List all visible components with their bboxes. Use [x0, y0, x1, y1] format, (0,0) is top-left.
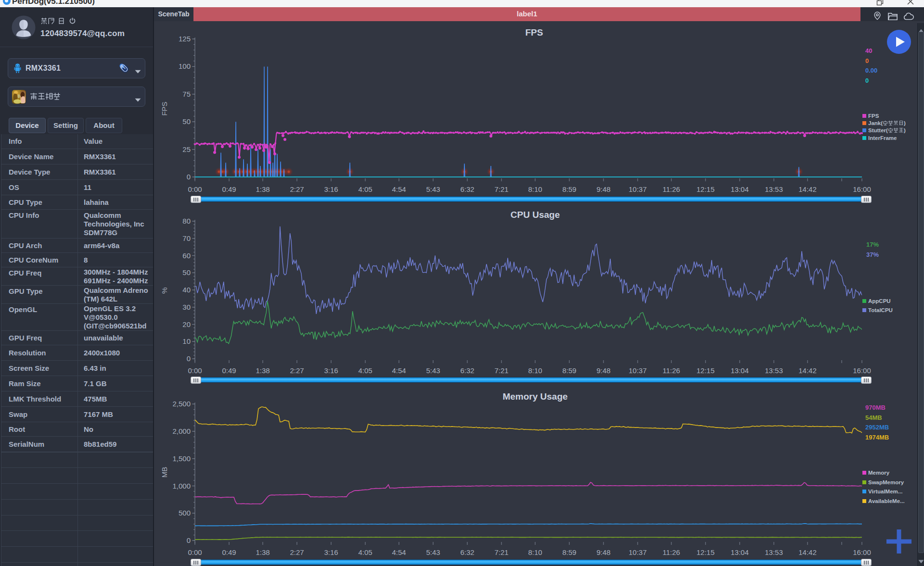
svg-text:0: 0 [187, 173, 191, 181]
svg-text:8:10: 8:10 [528, 185, 542, 193]
svg-text:100: 100 [179, 62, 191, 70]
svg-text:1:38: 1:38 [256, 366, 270, 375]
svg-text:30: 30 [182, 303, 191, 311]
svg-text:2:27: 2:27 [290, 548, 304, 556]
svg-text:10:37: 10:37 [629, 548, 647, 556]
svg-text:8:10: 8:10 [528, 548, 542, 556]
svg-text:4:05: 4:05 [358, 185, 372, 193]
svg-text:6:32: 6:32 [460, 185, 474, 193]
svg-text:9:48: 9:48 [596, 366, 610, 375]
svg-text:5:43: 5:43 [426, 548, 440, 556]
svg-text:6:32: 6:32 [460, 366, 474, 375]
svg-text:11:26: 11:26 [663, 366, 680, 375]
svg-text:13:53: 13:53 [765, 366, 783, 375]
svg-text:20: 20 [182, 320, 191, 328]
svg-text:0:49: 0:49 [222, 185, 236, 193]
svg-text:7:21: 7:21 [494, 185, 508, 193]
svg-text:60: 60 [182, 252, 191, 260]
svg-text:10:37: 10:37 [629, 366, 647, 375]
svg-text:2,000: 2,000 [172, 427, 191, 435]
svg-text:50: 50 [182, 117, 191, 126]
svg-text:13:04: 13:04 [731, 185, 749, 193]
svg-text:14:42: 14:42 [798, 548, 817, 556]
svg-text:0:00: 0:00 [188, 366, 202, 375]
svg-text:4:54: 4:54 [392, 366, 406, 375]
svg-text:2:27: 2:27 [290, 185, 304, 193]
svg-text:5:43: 5:43 [426, 366, 440, 375]
svg-text:10:37: 10:37 [629, 185, 647, 193]
svg-text:4:05: 4:05 [358, 366, 372, 375]
svg-text:25: 25 [182, 145, 191, 153]
svg-text:0: 0 [187, 536, 191, 544]
svg-text:FPS: FPS [160, 101, 168, 115]
svg-text:70: 70 [182, 234, 191, 242]
svg-text:0:49: 0:49 [222, 548, 236, 556]
svg-text:9:48: 9:48 [596, 185, 610, 193]
svg-text:CPU Usage: CPU Usage [511, 210, 560, 220]
svg-text:12:15: 12:15 [696, 366, 715, 375]
svg-text:12:15: 12:15 [696, 185, 715, 193]
svg-text:0:00: 0:00 [188, 185, 202, 193]
svg-text:0: 0 [187, 354, 191, 363]
svg-text:3:16: 3:16 [324, 185, 338, 193]
svg-text:5:43: 5:43 [426, 185, 440, 193]
svg-text:50: 50 [182, 268, 191, 277]
svg-text:Memory Usage: Memory Usage [502, 391, 567, 402]
svg-text:13:04: 13:04 [731, 548, 749, 556]
svg-text:3:16: 3:16 [324, 366, 338, 375]
svg-text:8:59: 8:59 [562, 366, 576, 375]
svg-text:8:59: 8:59 [562, 548, 576, 556]
svg-text:13:53: 13:53 [765, 185, 783, 193]
svg-text:500: 500 [179, 509, 191, 517]
svg-text:1,500: 1,500 [172, 454, 191, 463]
svg-text:1:38: 1:38 [256, 548, 270, 556]
svg-text:0:00: 0:00 [188, 548, 202, 556]
svg-text:80: 80 [182, 217, 191, 225]
svg-text:8:59: 8:59 [562, 185, 576, 193]
svg-text:14:42: 14:42 [798, 185, 817, 193]
svg-text:1:38: 1:38 [256, 185, 270, 193]
svg-text:4:54: 4:54 [392, 548, 406, 556]
svg-text:9:48: 9:48 [596, 548, 610, 556]
svg-text:0:49: 0:49 [222, 366, 236, 375]
svg-text:2:27: 2:27 [290, 366, 304, 375]
svg-text:FPS: FPS [526, 27, 543, 38]
svg-text:MB: MB [160, 467, 168, 478]
svg-text:13:53: 13:53 [765, 548, 783, 556]
svg-text:12:15: 12:15 [696, 548, 715, 556]
svg-text:3:16: 3:16 [324, 548, 338, 556]
svg-text:40: 40 [182, 286, 191, 294]
svg-text:125: 125 [179, 35, 191, 43]
svg-text:7:21: 7:21 [494, 548, 508, 556]
svg-text:%: % [160, 287, 168, 293]
svg-text:10: 10 [182, 337, 191, 345]
svg-text:1,000: 1,000 [172, 482, 191, 490]
svg-text:13:04: 13:04 [731, 366, 749, 375]
svg-text:16:00: 16:00 [853, 548, 871, 556]
svg-text:11:26: 11:26 [663, 548, 680, 556]
svg-text:75: 75 [182, 90, 191, 98]
svg-text:4:54: 4:54 [392, 185, 406, 193]
svg-text:7:21: 7:21 [494, 366, 508, 375]
svg-text:16:00: 16:00 [853, 366, 871, 375]
svg-text:4:05: 4:05 [358, 548, 372, 556]
svg-text:6:32: 6:32 [460, 548, 474, 556]
svg-text:11:26: 11:26 [663, 185, 680, 193]
svg-text:16:00: 16:00 [853, 185, 871, 193]
svg-text:14:42: 14:42 [798, 366, 817, 375]
svg-text:8:10: 8:10 [528, 366, 542, 375]
svg-text:2,500: 2,500 [172, 400, 191, 408]
